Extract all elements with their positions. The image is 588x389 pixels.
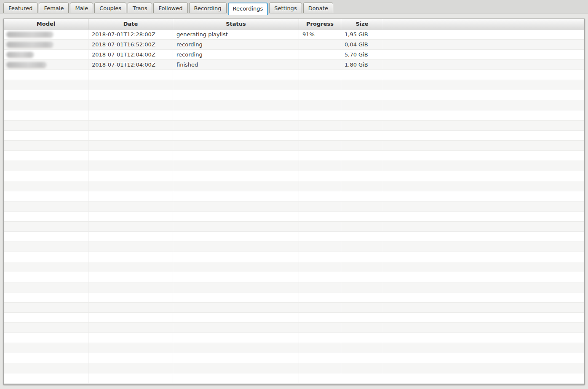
cell-size bbox=[341, 131, 383, 140]
tab-settings[interactable]: Settings bbox=[269, 3, 302, 13]
tab-donate[interactable]: Donate bbox=[303, 3, 333, 13]
table-row-empty bbox=[4, 201, 584, 212]
cell-status bbox=[173, 303, 299, 312]
column-header-status[interactable]: Status bbox=[173, 19, 299, 29]
table-row-empty bbox=[4, 303, 584, 313]
cell-status bbox=[173, 161, 299, 171]
tab-male[interactable]: Male bbox=[70, 3, 93, 13]
cell-progress bbox=[299, 121, 341, 130]
cell-model bbox=[4, 212, 88, 221]
cell-progress bbox=[299, 151, 341, 161]
table-row-empty bbox=[4, 272, 584, 282]
cell-progress bbox=[299, 131, 341, 140]
cell-spacer bbox=[383, 60, 584, 70]
cell-model bbox=[4, 60, 88, 70]
column-header-progress[interactable]: Progress bbox=[299, 19, 341, 29]
cell-progress bbox=[299, 60, 341, 70]
cell-spacer bbox=[383, 50, 584, 59]
cell-status: finished bbox=[173, 60, 299, 70]
tab-followed[interactable]: Followed bbox=[153, 3, 187, 13]
cell-size bbox=[341, 282, 383, 292]
tab-featured[interactable]: Featured bbox=[3, 3, 37, 13]
cell-date bbox=[88, 363, 173, 373]
cell-model bbox=[4, 343, 88, 353]
cell-size bbox=[341, 384, 383, 384]
cell-progress bbox=[299, 384, 341, 384]
cell-status bbox=[173, 353, 299, 363]
cell-status bbox=[173, 242, 299, 252]
table-row-empty bbox=[4, 141, 584, 151]
cell-date bbox=[88, 272, 173, 282]
cell-size: 5,70 GiB bbox=[341, 50, 383, 59]
column-header-date[interactable]: Date bbox=[88, 19, 173, 29]
cell-size bbox=[341, 121, 383, 130]
cell-progress bbox=[299, 100, 341, 110]
tab-recording[interactable]: Recording bbox=[189, 3, 227, 13]
tab-trans[interactable]: Trans bbox=[128, 3, 152, 13]
cell-size bbox=[341, 201, 383, 211]
cell-progress bbox=[299, 191, 341, 201]
cell-size bbox=[341, 161, 383, 171]
cell-progress bbox=[299, 90, 341, 100]
cell-spacer bbox=[383, 384, 584, 384]
cell-status bbox=[173, 201, 299, 211]
tab-female[interactable]: Female bbox=[39, 3, 69, 13]
cell-date bbox=[88, 313, 173, 322]
cell-date bbox=[88, 262, 173, 272]
cell-date bbox=[88, 131, 173, 140]
table-row-empty bbox=[4, 343, 584, 353]
cell-size bbox=[341, 191, 383, 201]
cell-date bbox=[88, 212, 173, 221]
cell-spacer bbox=[383, 292, 584, 302]
table-row-empty bbox=[4, 222, 584, 232]
cell-progress bbox=[299, 343, 341, 353]
table-row-empty bbox=[4, 373, 584, 384]
table-row[interactable]: 2018-07-01T12:04:00Zrecording5,70 GiB bbox=[4, 50, 584, 60]
cell-progress bbox=[299, 363, 341, 373]
tab-couples[interactable]: Couples bbox=[94, 3, 126, 13]
table-row-empty bbox=[4, 252, 584, 262]
cell-spacer bbox=[383, 252, 584, 262]
cell-spacer bbox=[383, 121, 584, 130]
cell-spacer bbox=[383, 212, 584, 221]
cell-spacer bbox=[383, 181, 584, 191]
cell-spacer bbox=[383, 333, 584, 343]
cell-status bbox=[173, 70, 299, 80]
cell-progress bbox=[299, 40, 341, 49]
cell-size bbox=[341, 171, 383, 181]
table-row-empty bbox=[4, 171, 584, 181]
table-row-empty bbox=[4, 313, 584, 323]
cell-status: recording bbox=[173, 50, 299, 59]
cell-model bbox=[4, 384, 88, 384]
table-row-empty bbox=[4, 100, 584, 110]
cell-status bbox=[173, 90, 299, 100]
cell-date bbox=[88, 121, 173, 130]
cell-progress bbox=[299, 201, 341, 211]
cell-model bbox=[4, 333, 88, 343]
cell-spacer bbox=[383, 242, 584, 252]
cell-date bbox=[88, 333, 173, 343]
column-header-size[interactable]: Size bbox=[341, 19, 383, 29]
cell-progress bbox=[299, 303, 341, 312]
column-header-model[interactable]: Model bbox=[4, 19, 88, 29]
cell-model bbox=[4, 373, 88, 383]
cell-status bbox=[173, 121, 299, 130]
cell-progress bbox=[299, 373, 341, 383]
table-row[interactable]: 2018-07-01T16:52:00Zrecording0,04 GiB bbox=[4, 40, 584, 50]
cell-size bbox=[341, 242, 383, 252]
cell-progress bbox=[299, 282, 341, 292]
cell-spacer bbox=[383, 161, 584, 171]
column-header-spacer[interactable] bbox=[383, 19, 584, 29]
cell-spacer bbox=[383, 30, 584, 39]
cell-size bbox=[341, 292, 383, 302]
cell-status bbox=[173, 333, 299, 343]
table-row[interactable]: 2018-07-01T12:28:00Zgenerating playlist9… bbox=[4, 30, 584, 40]
tab-recordings[interactable]: Recordings bbox=[228, 3, 268, 15]
cell-progress bbox=[299, 212, 341, 221]
cell-status bbox=[173, 171, 299, 181]
cell-spacer bbox=[383, 272, 584, 282]
cell-spacer bbox=[383, 70, 584, 80]
table-row[interactable]: 2018-07-01T12:04:00Zfinished1,80 GiB bbox=[4, 60, 584, 70]
cell-spacer bbox=[383, 40, 584, 49]
table-row-empty bbox=[4, 212, 584, 222]
